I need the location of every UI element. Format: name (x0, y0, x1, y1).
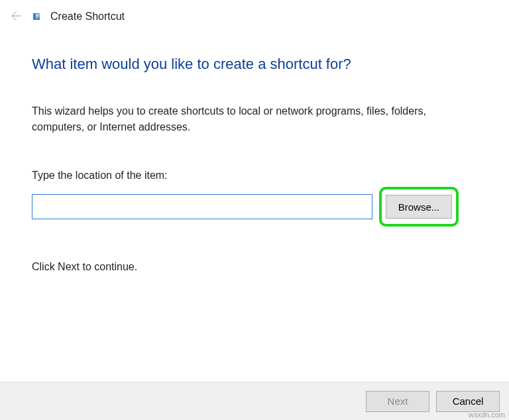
cancel-button[interactable]: Cancel (436, 391, 500, 412)
create-shortcut-wizard-window: Create Shortcut What item would you like… (0, 0, 509, 420)
browse-highlight: Browse... (379, 187, 459, 227)
wizard-content: What item would you like to create a sho… (0, 56, 509, 273)
location-label: Type the location of the item: (32, 170, 477, 182)
window-title: Create Shortcut (50, 11, 125, 23)
continue-hint: Click Next to continue. (32, 261, 477, 273)
page-heading: What item would you like to create a sho… (32, 56, 477, 73)
location-input-row: Browse... (32, 187, 477, 227)
browse-button[interactable]: Browse... (386, 195, 452, 219)
shortcut-wizard-icon (33, 13, 40, 20)
page-description: This wizard helps you to create shortcut… (32, 103, 469, 135)
back-button[interactable] (8, 9, 23, 24)
wizard-footer: Next Cancel (0, 382, 509, 420)
titlebar: Create Shortcut (0, 0, 509, 24)
arrow-left-icon (9, 9, 22, 25)
next-button[interactable]: Next (366, 391, 429, 412)
location-input[interactable] (32, 194, 372, 219)
